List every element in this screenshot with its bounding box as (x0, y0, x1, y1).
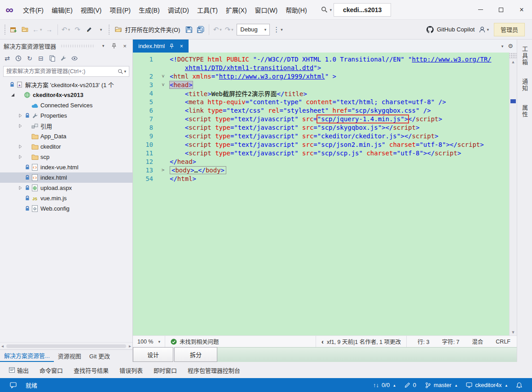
code-line[interactable]: 54</html> (133, 174, 509, 183)
open-containing-folder-button[interactable]: 打开所在的文件夹(O) (112, 23, 184, 36)
code-line[interactable]: 13><body>…</body> (133, 166, 509, 174)
code-line[interactable]: 8 <script type="text/javascript" src="sc… (133, 123, 509, 132)
panel-tab[interactable]: 资源视图 (54, 350, 85, 362)
menu-item[interactable]: 视图(V) (77, 3, 106, 17)
solution-search-input[interactable] (6, 68, 118, 75)
toolbar-grip[interactable] (108, 24, 110, 35)
feedback-button[interactable] (5, 378, 21, 392)
panel-drag-handle[interactable] (60, 44, 95, 48)
menu-item[interactable]: 调试(D) (164, 3, 193, 17)
horizontal-scrollbar[interactable]: ◂ ▸ (0, 342, 132, 349)
pin-icon[interactable] (110, 42, 118, 50)
menu-item[interactable]: 帮助(H) (281, 3, 311, 17)
vertical-scrollbar[interactable]: ▲ ▼ (509, 53, 517, 335)
menu-item[interactable]: 项目(P) (106, 3, 135, 17)
debug-target-dropdown[interactable]: Debug▾ (237, 24, 270, 35)
minimize-button[interactable] (470, 0, 491, 19)
search-box[interactable]: ckedi...s2013 (334, 3, 391, 17)
tree-item[interactable]: ckeditor (0, 141, 132, 152)
administrator-badge[interactable]: 管理员 (494, 23, 525, 36)
code-line[interactable]: 11 <script type="text/javascript" src="s… (133, 149, 509, 157)
code-line[interactable]: 12</head> (133, 157, 509, 166)
tree-item[interactable]: Connected Services (0, 100, 132, 110)
refresh-button[interactable]: ↻ (25, 53, 35, 63)
tree-collapsed-arrow-icon[interactable] (17, 124, 24, 128)
eol-indicator[interactable]: CRLF (489, 339, 517, 345)
save-button[interactable] (183, 23, 195, 36)
tree-expanded-arrow-icon[interactable] (9, 93, 16, 97)
git-branch-button[interactable]: master ▴ (421, 382, 462, 388)
tree-item[interactable]: upload.aspx (0, 183, 132, 193)
code-line[interactable]: 3><head> (133, 80, 509, 89)
search-icon[interactable] (118, 69, 123, 75)
fold-expanded-icon[interactable]: > (159, 73, 167, 79)
scroll-down-icon[interactable]: ▼ (510, 330, 517, 335)
code-line[interactable]: 9 <script type="text/javascript" src="ck… (133, 132, 509, 140)
fold-expanded-icon[interactable]: > (159, 82, 167, 88)
tree-item[interactable]: JSvue.min.js (0, 193, 132, 203)
menu-item[interactable]: 窗口(W) (251, 3, 282, 17)
open-file-button[interactable] (19, 23, 31, 36)
tree-item[interactable]: scp (0, 152, 132, 162)
undo-button[interactable]: ↶▾ (211, 23, 223, 36)
zoom-dropdown[interactable]: 100 %▾ (133, 336, 165, 347)
save-all-button[interactable] (195, 23, 207, 36)
undo-small-button[interactable]: ↶▾ (60, 23, 72, 36)
pending-changes-filter-button[interactable] (13, 53, 23, 63)
tree-item[interactable]: index-vue.html (0, 162, 132, 172)
menu-item[interactable]: 生成(B) (135, 3, 164, 17)
menu-item[interactable]: 编辑(E) (48, 3, 77, 17)
code-line[interactable]: 6 <link type="text/css" rel="stylesheet"… (133, 106, 509, 115)
bottom-panel-tab[interactable]: 输出 (4, 364, 33, 376)
code-line[interactable]: 5 <meta http-equiv="content-type" conten… (133, 97, 509, 106)
right-panel-tab[interactable]: 属性 (520, 102, 529, 121)
code-line[interactable]: 2><html xmlns="http://www.w3.org/1999/xh… (133, 72, 509, 80)
toolbar-overflow-button[interactable]: ⋮▾ (272, 23, 284, 36)
scrollbar-thumb[interactable] (6, 344, 126, 348)
close-tab-icon[interactable]: × (178, 43, 185, 49)
editor-settings-icon[interactable]: ⚙ (508, 43, 513, 49)
scroll-right-icon[interactable]: ▸ (128, 344, 132, 348)
sync-with-active-document-button[interactable]: ⇄ (2, 53, 12, 63)
design-view-button[interactable]: 设计 (133, 347, 173, 362)
scroll-up-icon[interactable]: ▲ (510, 60, 517, 64)
search-icon[interactable] (321, 6, 328, 13)
scroll-left-icon[interactable]: ◂ (0, 344, 5, 348)
designer-splitter[interactable] (217, 347, 517, 362)
split-editor-grip[interactable] (510, 53, 517, 59)
bottom-panel-tab[interactable]: 错误列表 (115, 364, 147, 376)
properties-button[interactable] (58, 53, 68, 63)
notifications-button[interactable] (512, 382, 527, 388)
tree-item[interactable]: 解决方案 'ckeditor4x-vs2013' (1 个 (0, 79, 132, 90)
split-view-button[interactable]: 拆分 (174, 347, 217, 362)
tree-item[interactable]: index.html (0, 172, 132, 183)
tree-item[interactable]: Properties (0, 110, 132, 121)
redo-button[interactable]: ↷▾ (223, 23, 235, 36)
navigate-forward-button[interactable]: → (44, 23, 55, 36)
bottom-panel-tab[interactable]: 程序包管理器控制台 (183, 364, 245, 376)
indent-mode-indicator[interactable]: 混合 (466, 337, 489, 346)
maximize-button[interactable] (491, 0, 511, 19)
collapse-all-button[interactable]: ⊟ (36, 53, 46, 63)
code-editor[interactable]: 1<!DOCTYPE html PUBLIC "-//W3C//DTD XHTM… (133, 53, 517, 335)
tree-item[interactable]: 引用 (0, 121, 132, 131)
panel-menu-icon[interactable]: ▾ (99, 42, 107, 50)
tree-item[interactable]: App_Data (0, 131, 132, 141)
code-area[interactable]: 1<!DOCTYPE html PUBLIC "-//W3C//DTD XHTM… (133, 53, 509, 335)
search-dropdown-icon[interactable]: ▾ (330, 8, 332, 12)
git-sync-button[interactable]: ↑↓ 0/0 ▴ (369, 382, 400, 388)
panel-tab[interactable]: 解决方案资源管... (0, 350, 54, 362)
bottom-panel-tab[interactable]: 查找符号结果 (69, 364, 113, 376)
tree-collapsed-arrow-icon[interactable] (17, 114, 24, 118)
bottom-panel-tab[interactable]: 命令窗口 (35, 364, 67, 376)
github-copilot-button[interactable]: GitHub Copilot (423, 23, 478, 36)
codelens-git-info[interactable]: ‹ xf1, 9 天前|1 名作者, 1 项更改 (316, 336, 407, 347)
fold-collapsed-icon[interactable]: > (159, 167, 167, 173)
tree-collapsed-arrow-icon[interactable] (17, 155, 24, 159)
pin-icon[interactable] (168, 43, 175, 49)
redo-small-button[interactable]: ↷ (72, 23, 84, 36)
menu-item[interactable]: 扩展(X) (222, 3, 251, 17)
right-panel-tab[interactable]: 通知 (520, 76, 529, 95)
menu-item[interactable]: 文件(F) (19, 3, 48, 17)
show-all-files-button[interactable] (47, 53, 57, 63)
